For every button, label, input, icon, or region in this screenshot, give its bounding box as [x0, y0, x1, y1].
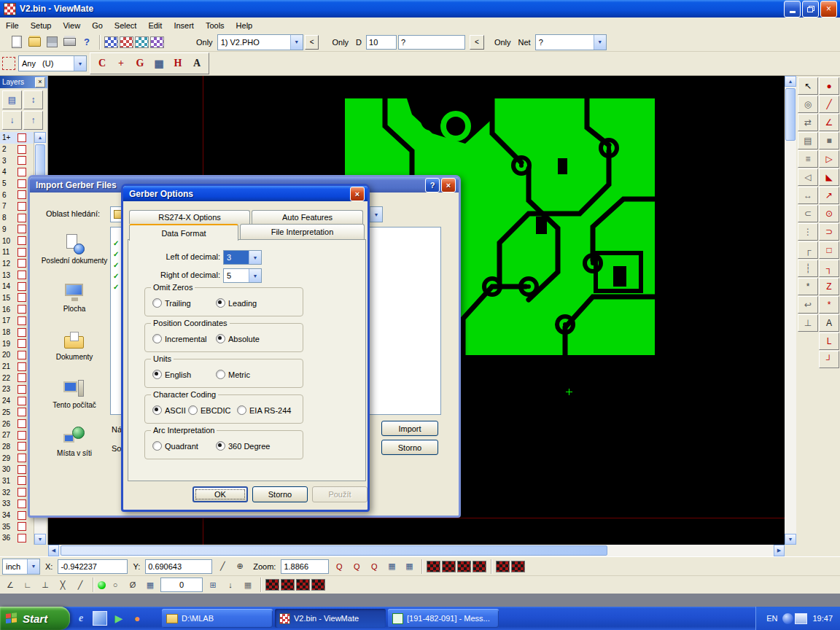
layer-color-swatch[interactable] — [18, 522, 26, 531]
radio-eia-rs244[interactable]: EIA RS-244 — [237, 405, 291, 415]
layer-color-swatch[interactable] — [18, 259, 26, 268]
place-plocha[interactable]: Plocha — [40, 273, 109, 322]
tab-auto-features[interactable]: Auto Features — [252, 210, 363, 224]
film-pattern-icon[interactable] — [511, 561, 525, 572]
y-coordinate-field[interactable]: 0.690643 — [145, 559, 212, 574]
dcode-value-field[interactable]: 10 — [366, 35, 397, 50]
layer-color-swatch[interactable] — [18, 236, 26, 245]
scroll-left-icon[interactable]: ◀ — [48, 545, 59, 556]
layers-close-icon[interactable]: × — [35, 77, 45, 88]
layer-color-swatch[interactable] — [18, 397, 26, 405]
film-blue-icon[interactable] — [104, 36, 118, 48]
menu-setup[interactable]: Setup — [25, 19, 58, 32]
layer-row-3[interactable]: 3 — [0, 155, 34, 166]
layer-row-1+[interactable]: 1+ — [0, 132, 34, 144]
select-pointer-icon[interactable]: ↖ — [798, 77, 818, 95]
stretch-tool-icon[interactable]: ↔ — [798, 187, 818, 204]
j-trace-tool-icon[interactable]: ┘ — [819, 351, 839, 368]
layers-swap-icon[interactable]: ↕ — [23, 90, 43, 109]
radio-absolute[interactable]: Absolute — [216, 334, 260, 343]
measure-perp-icon[interactable]: ⊥ — [37, 577, 53, 593]
status-ready-icon[interactable] — [98, 581, 106, 589]
layer-down-icon[interactable]: ↓ — [2, 111, 22, 130]
dropdown-arrow-icon[interactable]: ▼ — [249, 251, 261, 264]
mirror-tool-icon[interactable]: ◁ — [798, 168, 818, 186]
settings-tool-icon[interactable]: * — [798, 278, 818, 295]
layer-color-swatch[interactable] — [18, 305, 26, 314]
menu-view[interactable]: View — [57, 19, 86, 32]
net-filter-select[interactable]: ? ▼ — [535, 34, 607, 50]
prev-dcode-button[interactable]: < — [470, 35, 484, 50]
grid-dots-icon[interactable]: ▦ — [384, 559, 400, 575]
layer-color-swatch[interactable] — [18, 373, 26, 382]
radio-metric[interactable]: Metric — [216, 370, 250, 379]
layer-row-2[interactable]: 2 — [0, 144, 34, 155]
zoom-window-icon[interactable]: Q — [349, 559, 365, 575]
film-pattern-icon[interactable] — [442, 561, 456, 572]
dropdown-arrow-icon[interactable]: ▼ — [594, 35, 606, 50]
place-tento-počítač[interactable]: Tento počítač — [40, 370, 109, 418]
x-coordinate-field[interactable]: -0.942237 — [58, 559, 128, 574]
layer-color-swatch[interactable] — [18, 442, 26, 451]
pad-center-tool-icon[interactable]: + — [112, 55, 130, 72]
measure-corner-icon[interactable]: ∟ — [20, 577, 36, 593]
l-trace-tool-icon[interactable]: L — [819, 332, 839, 350]
layer-color-swatch[interactable] — [18, 362, 26, 371]
dashed-line-icon[interactable]: ┆ — [798, 260, 818, 277]
layer-row-36[interactable]: 36 — [0, 532, 34, 544]
layer-color-swatch[interactable] — [18, 328, 26, 337]
measure-angle-icon[interactable]: ∠ — [2, 577, 18, 593]
radio-ascii[interactable]: ASCII — [152, 405, 186, 415]
help-button[interactable]: ? — [425, 178, 440, 192]
minimize-button[interactable] — [784, 1, 801, 18]
rectangle-tool-icon[interactable]: □ — [819, 241, 839, 259]
layer-color-swatch[interactable] — [18, 351, 26, 359]
layer-color-swatch[interactable] — [18, 202, 26, 211]
new-file-icon[interactable] — [9, 34, 25, 50]
dropdown-arrow-icon[interactable]: ▼ — [74, 56, 86, 71]
active-layer-select[interactable]: 1) V2.PHO ▼ — [217, 34, 303, 50]
layer-color-swatch[interactable] — [18, 316, 26, 325]
layer-color-swatch[interactable] — [18, 499, 26, 508]
arc-tool-icon[interactable]: ⊃ — [819, 223, 839, 241]
dropdown-arrow-icon[interactable]: ▼ — [370, 207, 382, 222]
polyline-tool-icon[interactable]: ∠ — [819, 114, 839, 131]
import-button[interactable]: Import — [381, 421, 438, 436]
layer-color-swatch[interactable] — [18, 271, 26, 279]
quicklaunch-ie-icon[interactable]: e — [74, 612, 88, 625]
prev-layer-button[interactable]: < — [305, 35, 319, 50]
swap-tool-icon[interactable]: ⇄ — [798, 114, 818, 131]
measure-diagonal-icon[interactable]: ╱ — [72, 577, 88, 593]
scroll-down-icon[interactable]: ▼ — [785, 534, 796, 545]
film-red-icon[interactable] — [120, 36, 133, 48]
menu-select[interactable]: Select — [109, 19, 143, 32]
menu-file[interactable]: File — [0, 19, 25, 32]
right-decimal-select[interactable]: 5 ▼ — [223, 268, 262, 283]
film-pattern-icon[interactable] — [472, 561, 486, 572]
place-dokumenty[interactable]: Dokumenty — [40, 322, 109, 370]
film-pattern-icon[interactable] — [496, 561, 510, 572]
dropdown-arrow-icon[interactable]: ▼ — [27, 559, 39, 574]
layer-up-icon[interactable]: ↑ — [23, 111, 43, 130]
tab-rs274x-options[interactable]: RS274-X Options — [129, 210, 250, 224]
layer-color-swatch[interactable] — [18, 454, 26, 462]
selection-box-icon[interactable] — [2, 57, 15, 70]
scroll-right-icon[interactable]: ▶ — [774, 545, 785, 556]
radio-ebcdic[interactable]: EBCDIC — [188, 405, 231, 415]
quicklaunch-desktop-icon[interactable] — [93, 611, 107, 626]
restore-button[interactable] — [802, 1, 819, 18]
unit-select[interactable]: inch ▼ — [2, 559, 40, 575]
ok-button[interactable]: OK — [192, 486, 248, 502]
report-chart-icon[interactable] — [150, 36, 164, 48]
layer-color-swatch[interactable] — [18, 133, 26, 142]
layer-color-swatch[interactable] — [18, 145, 26, 154]
probe-tool-icon[interactable]: ⊥ — [798, 314, 818, 332]
menu-go[interactable]: Go — [86, 19, 109, 32]
aperture-grid-icon[interactable]: ▦ — [150, 55, 168, 72]
zigzag-tool-icon[interactable]: Z — [819, 278, 839, 295]
scroll-thumb[interactable] — [35, 144, 45, 178]
save-file-icon[interactable] — [44, 34, 60, 50]
clock[interactable]: 19:47 — [812, 614, 833, 623]
circle-tool-icon[interactable]: ⊙ — [819, 205, 839, 222]
canvas-vscrollbar[interactable]: ▲ ▼ — [785, 76, 796, 545]
